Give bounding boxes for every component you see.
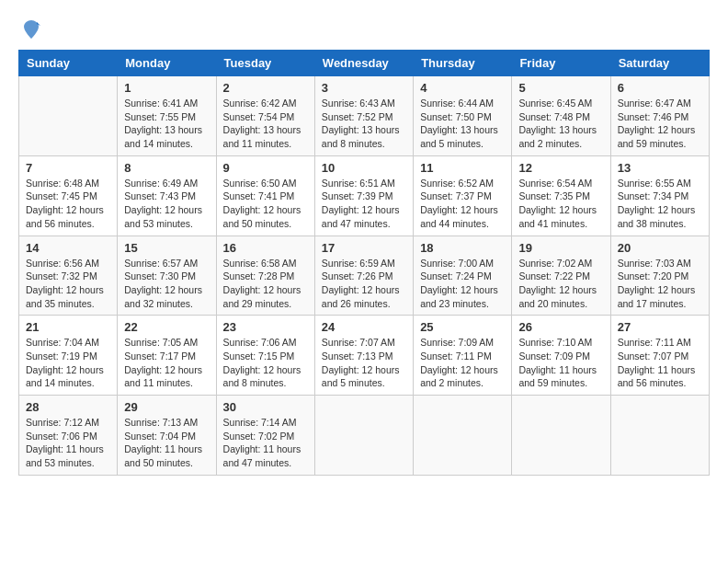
- calendar-cell: 25Sunrise: 7:09 AM Sunset: 7:11 PM Dayli…: [414, 316, 512, 396]
- day-info: Sunrise: 7:03 AM Sunset: 7:20 PM Dayligh…: [618, 257, 702, 311]
- day-info: Sunrise: 6:47 AM Sunset: 7:46 PM Dayligh…: [618, 97, 702, 151]
- column-header-friday: Friday: [512, 51, 610, 76]
- calendar-cell: 21Sunrise: 7:04 AM Sunset: 7:19 PM Dayli…: [19, 316, 118, 396]
- day-info: Sunrise: 6:50 AM Sunset: 7:41 PM Dayligh…: [223, 177, 308, 231]
- day-number: 12: [518, 161, 603, 175]
- day-info: Sunrise: 6:44 AM Sunset: 7:50 PM Dayligh…: [420, 97, 505, 151]
- day-number: 28: [26, 400, 110, 414]
- calendar-week-row: 14Sunrise: 6:56 AM Sunset: 7:32 PM Dayli…: [19, 236, 710, 316]
- day-number: 11: [420, 161, 505, 175]
- day-info: Sunrise: 6:54 AM Sunset: 7:35 PM Dayligh…: [518, 177, 603, 231]
- day-number: 1: [124, 81, 209, 95]
- calendar-cell: [512, 396, 610, 476]
- day-info: Sunrise: 6:58 AM Sunset: 7:28 PM Dayligh…: [223, 257, 308, 311]
- calendar-cell: 24Sunrise: 7:07 AM Sunset: 7:13 PM Dayli…: [314, 316, 413, 396]
- column-header-saturday: Saturday: [610, 51, 709, 76]
- calendar-cell: [414, 396, 512, 476]
- logo-icon: [20, 18, 42, 40]
- calendar-cell: 29Sunrise: 7:13 AM Sunset: 7:04 PM Dayli…: [118, 396, 216, 476]
- calendar-cell: 13Sunrise: 6:55 AM Sunset: 7:34 PM Dayli…: [610, 155, 709, 236]
- day-number: 3: [322, 81, 406, 95]
- calendar-cell: 10Sunrise: 6:51 AM Sunset: 7:39 PM Dayli…: [314, 155, 413, 236]
- calendar-cell: 4Sunrise: 6:44 AM Sunset: 7:50 PM Daylig…: [414, 76, 512, 156]
- day-info: Sunrise: 6:52 AM Sunset: 7:37 PM Dayligh…: [420, 177, 505, 231]
- calendar-cell: 14Sunrise: 6:56 AM Sunset: 7:32 PM Dayli…: [19, 236, 118, 316]
- day-number: 2: [223, 81, 308, 95]
- day-info: Sunrise: 6:51 AM Sunset: 7:39 PM Dayligh…: [322, 177, 406, 231]
- calendar-cell: 7Sunrise: 6:48 AM Sunset: 7:45 PM Daylig…: [19, 155, 118, 236]
- day-info: Sunrise: 7:10 AM Sunset: 7:09 PM Dayligh…: [518, 336, 603, 390]
- calendar-cell: 17Sunrise: 6:59 AM Sunset: 7:26 PM Dayli…: [314, 236, 413, 316]
- day-number: 21: [26, 320, 110, 334]
- day-info: Sunrise: 7:09 AM Sunset: 7:11 PM Dayligh…: [420, 336, 505, 390]
- day-info: Sunrise: 7:07 AM Sunset: 7:13 PM Dayligh…: [322, 336, 406, 390]
- day-info: Sunrise: 7:13 AM Sunset: 7:04 PM Dayligh…: [124, 416, 209, 470]
- calendar-cell: 28Sunrise: 7:12 AM Sunset: 7:06 PM Dayli…: [19, 396, 118, 476]
- day-info: Sunrise: 6:45 AM Sunset: 7:48 PM Dayligh…: [518, 97, 603, 151]
- column-header-sunday: Sunday: [19, 51, 118, 76]
- column-header-thursday: Thursday: [414, 51, 512, 76]
- day-info: Sunrise: 7:06 AM Sunset: 7:15 PM Dayligh…: [223, 336, 308, 390]
- calendar-cell: 11Sunrise: 6:52 AM Sunset: 7:37 PM Dayli…: [414, 155, 512, 236]
- calendar-cell: [19, 76, 118, 156]
- column-header-tuesday: Tuesday: [216, 51, 314, 76]
- calendar-cell: 20Sunrise: 7:03 AM Sunset: 7:20 PM Dayli…: [610, 236, 709, 316]
- page-header: [18, 18, 710, 40]
- day-number: 6: [618, 81, 702, 95]
- day-number: 22: [124, 320, 209, 334]
- column-header-wednesday: Wednesday: [314, 51, 413, 76]
- calendar-week-row: 7Sunrise: 6:48 AM Sunset: 7:45 PM Daylig…: [19, 155, 710, 236]
- day-info: Sunrise: 6:48 AM Sunset: 7:45 PM Dayligh…: [26, 177, 110, 231]
- day-info: Sunrise: 6:55 AM Sunset: 7:34 PM Dayligh…: [618, 177, 702, 231]
- day-number: 10: [322, 161, 406, 175]
- day-number: 20: [618, 241, 702, 255]
- day-number: 19: [518, 241, 603, 255]
- day-number: 25: [420, 320, 505, 334]
- calendar-cell: 8Sunrise: 6:49 AM Sunset: 7:43 PM Daylig…: [118, 155, 216, 236]
- day-number: 7: [26, 161, 110, 175]
- day-number: 24: [322, 320, 406, 334]
- calendar-cell: 1Sunrise: 6:41 AM Sunset: 7:55 PM Daylig…: [118, 76, 216, 156]
- calendar-cell: 18Sunrise: 7:00 AM Sunset: 7:24 PM Dayli…: [414, 236, 512, 316]
- day-info: Sunrise: 7:04 AM Sunset: 7:19 PM Dayligh…: [26, 336, 110, 390]
- calendar-cell: 26Sunrise: 7:10 AM Sunset: 7:09 PM Dayli…: [512, 316, 610, 396]
- day-number: 15: [124, 241, 209, 255]
- day-number: 5: [518, 81, 603, 95]
- day-number: 8: [124, 161, 209, 175]
- day-number: 9: [223, 161, 308, 175]
- logo: [18, 18, 42, 40]
- day-info: Sunrise: 6:57 AM Sunset: 7:30 PM Dayligh…: [124, 257, 209, 311]
- day-info: Sunrise: 6:42 AM Sunset: 7:54 PM Dayligh…: [223, 97, 308, 151]
- column-header-monday: Monday: [118, 51, 216, 76]
- calendar-cell: 3Sunrise: 6:43 AM Sunset: 7:52 PM Daylig…: [314, 76, 413, 156]
- calendar-header-row: SundayMondayTuesdayWednesdayThursdayFrid…: [19, 51, 710, 76]
- day-info: Sunrise: 6:49 AM Sunset: 7:43 PM Dayligh…: [124, 177, 209, 231]
- day-number: 17: [322, 241, 406, 255]
- day-number: 4: [420, 81, 505, 95]
- calendar-cell: [314, 396, 413, 476]
- calendar-cell: 19Sunrise: 7:02 AM Sunset: 7:22 PM Dayli…: [512, 236, 610, 316]
- calendar-table: SundayMondayTuesdayWednesdayThursdayFrid…: [18, 50, 710, 476]
- day-number: 29: [124, 400, 209, 414]
- calendar-cell: 23Sunrise: 7:06 AM Sunset: 7:15 PM Dayli…: [216, 316, 314, 396]
- calendar-cell: 27Sunrise: 7:11 AM Sunset: 7:07 PM Dayli…: [610, 316, 709, 396]
- day-info: Sunrise: 6:41 AM Sunset: 7:55 PM Dayligh…: [124, 97, 209, 151]
- calendar-cell: 22Sunrise: 7:05 AM Sunset: 7:17 PM Dayli…: [118, 316, 216, 396]
- day-info: Sunrise: 7:00 AM Sunset: 7:24 PM Dayligh…: [420, 257, 505, 311]
- calendar-cell: [610, 396, 709, 476]
- calendar-week-row: 1Sunrise: 6:41 AM Sunset: 7:55 PM Daylig…: [19, 76, 710, 156]
- day-info: Sunrise: 6:56 AM Sunset: 7:32 PM Dayligh…: [26, 257, 110, 311]
- calendar-cell: 15Sunrise: 6:57 AM Sunset: 7:30 PM Dayli…: [118, 236, 216, 316]
- calendar-cell: 12Sunrise: 6:54 AM Sunset: 7:35 PM Dayli…: [512, 155, 610, 236]
- day-number: 16: [223, 241, 308, 255]
- day-info: Sunrise: 7:11 AM Sunset: 7:07 PM Dayligh…: [618, 336, 702, 390]
- day-number: 27: [618, 320, 702, 334]
- calendar-cell: 30Sunrise: 7:14 AM Sunset: 7:02 PM Dayli…: [216, 396, 314, 476]
- day-number: 23: [223, 320, 308, 334]
- day-number: 14: [26, 241, 110, 255]
- day-number: 26: [518, 320, 603, 334]
- day-number: 13: [618, 161, 702, 175]
- day-info: Sunrise: 7:05 AM Sunset: 7:17 PM Dayligh…: [124, 336, 209, 390]
- calendar-cell: 5Sunrise: 6:45 AM Sunset: 7:48 PM Daylig…: [512, 76, 610, 156]
- day-number: 18: [420, 241, 505, 255]
